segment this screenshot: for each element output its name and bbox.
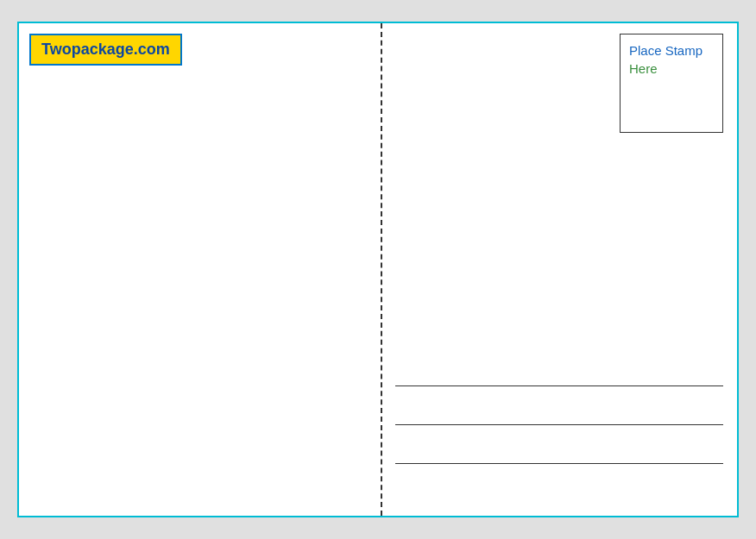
stamp-text-place: Place Stamp <box>629 41 702 60</box>
postcard: Twopackage.com Place Stamp Here <box>17 22 739 517</box>
left-panel: Twopackage.com <box>19 23 381 516</box>
address-line-3 <box>395 463 723 464</box>
stamp-box: Place Stamp Here <box>620 34 723 133</box>
address-line-2 <box>395 424 723 425</box>
logo-text: Twopackage.com <box>41 41 170 58</box>
logo-box: Twopackage.com <box>29 34 182 66</box>
address-lines <box>395 385 723 464</box>
address-line-1 <box>395 385 723 386</box>
stamp-text-here: Here <box>629 60 658 78</box>
right-panel: Place Stamp Here <box>381 23 737 516</box>
